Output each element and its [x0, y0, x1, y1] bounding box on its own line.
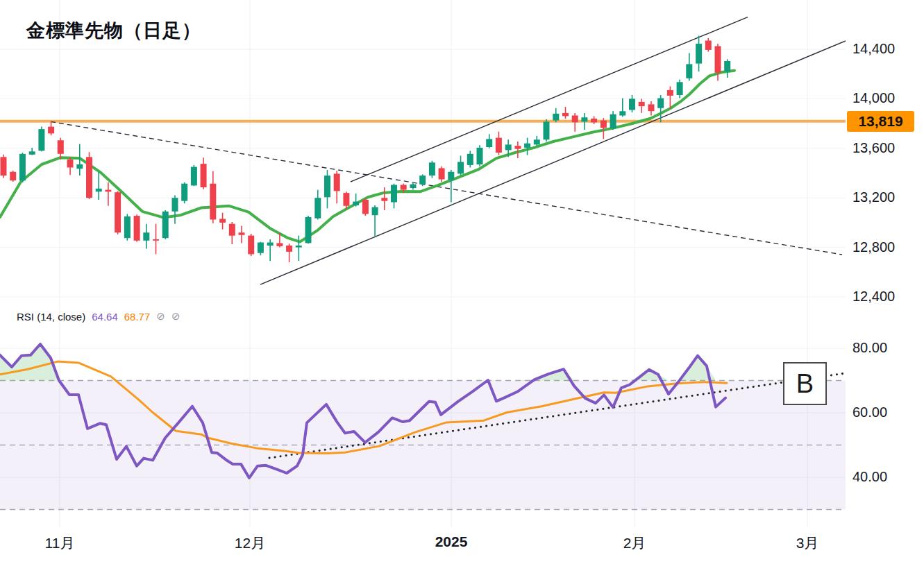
price-tick-label: 13,600 — [852, 140, 895, 156]
price-tick-label: 14,400 — [852, 41, 895, 57]
chart-window: 金標準先物（日足） RSI (14, close) 64.64 68.77 ⊘ … — [0, 0, 924, 564]
rsi-value: 64.64 — [92, 311, 118, 323]
rsi-tick-label: 60.00 — [852, 404, 887, 420]
b-point-marker[interactable]: B — [783, 362, 827, 405]
rsi-ma-value: 68.77 — [124, 311, 151, 323]
time-tick-label: 11月 — [45, 533, 75, 553]
price-line-label: 13,819 — [847, 111, 914, 132]
rsi-disabled-icon-1[interactable]: ⊘ — [156, 310, 165, 323]
price-tick-label: 12,400 — [852, 289, 895, 305]
rsi-chart-canvas[interactable] — [0, 308, 846, 529]
rsi-disabled-icon-2[interactable]: ⊘ — [171, 310, 180, 323]
time-tick-label: 12月 — [235, 533, 265, 553]
time-tick-label: 2月 — [623, 533, 646, 553]
price-tick-label: 12,800 — [852, 239, 895, 255]
rsi-tick-label: 80.00 — [852, 340, 887, 356]
price-tick-label: 13,200 — [852, 189, 895, 205]
chart-title: 金標準先物（日足） — [26, 18, 201, 43]
time-tick-label: 2025 — [435, 533, 468, 550]
rsi-tick-label: 40.00 — [852, 469, 887, 485]
price-tick-label: 14,000 — [852, 90, 895, 106]
rsi-legend-title[interactable]: RSI (14, close) — [17, 311, 85, 323]
price-chart-canvas[interactable] — [0, 0, 846, 308]
rsi-indicator-legend: RSI (14, close) 64.64 68.77 ⊘ ⊘ — [17, 310, 180, 323]
time-tick-label: 3月 — [796, 533, 819, 553]
